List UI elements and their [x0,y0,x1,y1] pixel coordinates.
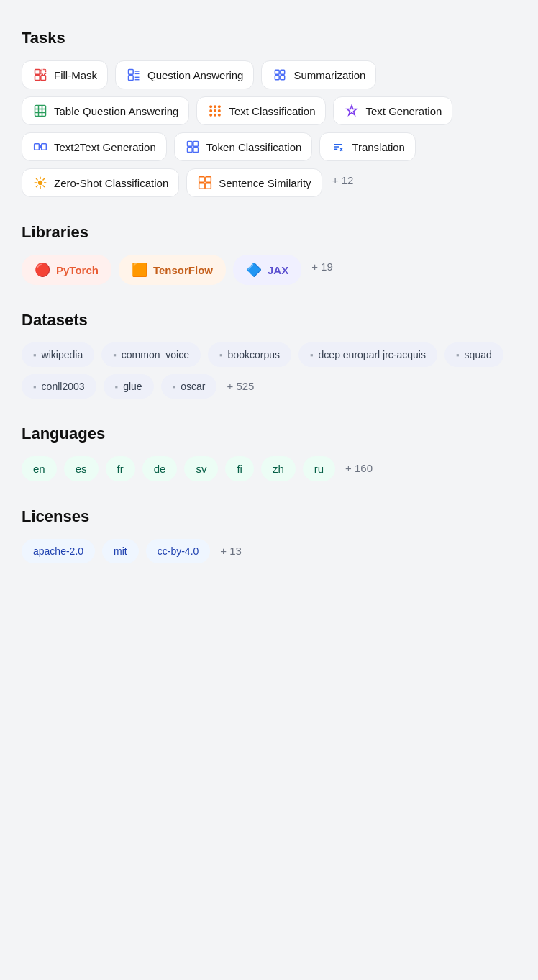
svg-rect-33 [193,148,199,153]
dataset-wikipedia[interactable]: ▪ wikipedia [22,342,94,367]
dataset-glue[interactable]: ▪ glue [104,374,154,399]
svg-point-25 [210,114,212,117]
task-table-qa[interactable]: Table Question Answering [22,96,189,125]
datasets-section: Datasets ▪ wikipedia ▪ common_voice ▪ bo… [22,311,516,399]
license-mit[interactable]: mit [102,539,139,563]
svg-point-20 [214,106,216,108]
svg-rect-13 [281,76,285,80]
datasets-title: Datasets [22,311,516,330]
svg-rect-11 [275,76,280,80]
licenses-title: Licenses [22,507,516,526]
dataset-bookcorpus[interactable]: ▪ bookcorpus [208,342,291,367]
dataset-dcep-label: dcep europarl jrc-acquis [319,349,426,360]
svg-rect-28 [35,144,40,150]
svg-rect-4 [129,70,134,75]
dataset-oscar-label: oscar [181,381,205,392]
dataset-common-voice-icon: ▪ [113,350,117,360]
language-zh[interactable]: zh [261,456,296,481]
license-apache[interactable]: apache-2.0 [22,539,95,563]
libraries-more-count[interactable]: + 19 [309,255,336,285]
dataset-squad[interactable]: ▪ squad [444,342,503,367]
task-translation[interactable]: Translation [319,132,416,161]
svg-point-26 [214,114,216,117]
languages-section: Languages en es fr de sv fi zh ru + 160 [22,425,516,481]
library-jax[interactable]: 🔷 JAX [233,255,301,285]
dataset-squad-label: squad [465,349,492,360]
dataset-conll2003[interactable]: ▪ conll2003 [22,374,96,399]
dataset-oscar[interactable]: ▪ oscar [161,374,217,399]
task-text-classification-label: Text Classification [229,105,315,117]
language-fi[interactable]: fi [225,456,254,481]
language-sv[interactable]: sv [184,456,218,481]
summarize-icon [272,67,288,83]
task-zero-shot[interactable]: Zero-Shot Classification [22,168,179,197]
task-sentence-similarity[interactable]: Sentence Similarity [186,168,322,197]
tasks-grid: Fill-Mask Question Answering [22,60,516,197]
licenses-grid: apache-2.0 mit cc-by-4.0 + 13 [22,539,516,563]
task-question-answering[interactable]: Question Answering [115,60,254,89]
svg-line-40 [43,186,45,187]
pytorch-label: PyTorch [56,264,99,276]
languages-more-count[interactable]: + 160 [342,456,375,481]
license-apache-label: apache-2.0 [33,545,83,557]
task-zero-shot-label: Zero-Shot Classification [54,177,168,189]
task-fill-mask[interactable]: Fill-Mask [22,60,108,89]
svg-point-19 [210,106,212,108]
language-fr-label: fr [117,463,124,475]
library-tensorflow[interactable]: 🟧 TensorFlow [119,255,226,285]
task-fill-mask-label: Fill-Mask [54,69,97,81]
task-qa-label: Question Answering [147,69,243,81]
language-fr[interactable]: fr [106,456,135,481]
license-ccby[interactable]: cc-by-4.0 [146,539,211,563]
svg-rect-2 [35,76,40,81]
language-de[interactable]: de [142,456,178,481]
task-summarization[interactable]: Summarization [261,60,376,89]
language-en-label: en [33,463,45,475]
svg-rect-30 [187,142,192,147]
dataset-common-voice[interactable]: ▪ common_voice [101,342,201,367]
text-gen-icon [344,103,360,119]
svg-point-24 [219,110,221,112]
tasks-more-count[interactable]: + 12 [329,168,357,197]
task-token-classification[interactable]: Token Classification [174,132,313,161]
dataset-conll2003-label: conll2003 [42,381,85,392]
svg-rect-7 [129,76,134,81]
dataset-conll2003-icon: ▪ [33,381,37,392]
svg-point-22 [210,110,212,112]
pytorch-icon: 🔴 [35,262,50,278]
datasets-grid: ▪ wikipedia ▪ common_voice ▪ bookcorpus … [22,342,516,399]
text2text-icon [32,139,48,155]
dataset-bookcorpus-icon: ▪ [219,350,223,360]
task-text2text-generation[interactable]: Text2Text Generation [22,132,167,161]
language-en[interactable]: en [22,456,57,481]
language-es[interactable]: es [64,456,99,481]
license-ccby-label: cc-by-4.0 [158,545,199,557]
language-ru[interactable]: ru [303,456,335,481]
task-translation-label: Translation [352,141,405,153]
jax-label: JAX [268,264,288,276]
task-text-generation[interactable]: Text Generation [333,96,452,125]
dataset-dcep[interactable]: ▪ dcep europarl jrc-acquis [298,342,437,367]
dataset-squad-icon: ▪ [456,350,460,360]
svg-rect-43 [199,177,205,183]
svg-point-34 [39,181,42,185]
dataset-glue-label: glue [123,381,142,392]
task-summarization-label: Summarization [293,69,365,81]
dataset-dcep-icon: ▪ [310,350,314,360]
dataset-wikipedia-label: wikipedia [42,349,83,360]
dataset-wikipedia-icon: ▪ [33,350,37,360]
dataset-oscar-icon: ▪ [173,381,176,392]
language-de-label: de [154,463,166,475]
zero-shot-icon [32,175,48,191]
library-pytorch[interactable]: 🔴 PyTorch [22,255,111,285]
license-mit-label: mit [114,545,127,557]
svg-rect-14 [35,106,46,117]
sentence-sim-icon [197,175,213,191]
svg-line-42 [36,186,37,187]
svg-rect-1 [41,70,46,75]
dataset-common-voice-label: common_voice [122,349,189,360]
svg-rect-3 [41,76,46,81]
licenses-more-count[interactable]: + 13 [217,539,245,563]
task-text-classification[interactable]: Text Classification [196,96,326,125]
datasets-more-count[interactable]: + 525 [224,374,257,399]
